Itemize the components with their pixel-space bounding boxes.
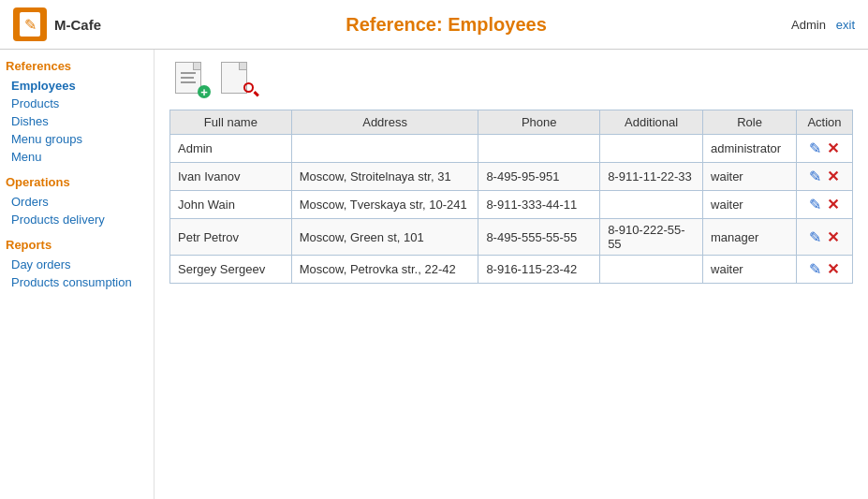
sidebar-item-menu[interactable]: Menu: [6, 148, 148, 166]
action-cell: ✎✕: [796, 219, 852, 256]
header-right: Admin exit: [791, 18, 855, 32]
table-cell: manager: [703, 219, 797, 256]
logo-icon: [13, 7, 47, 41]
table-row: Sergey SergeevMoscow, Petrovka str., 22-…: [170, 256, 853, 284]
col-header-role: Role: [703, 110, 797, 135]
action-cell: ✎✕: [796, 163, 852, 191]
sidebar-item-day-orders[interactable]: Day orders: [6, 256, 148, 273]
col-header-address: Address: [291, 110, 478, 135]
add-record-button[interactable]: +: [169, 59, 213, 98]
table-cell: administrator: [703, 135, 797, 163]
table-cell: [600, 191, 703, 219]
page-title: Reference: Employees: [346, 14, 547, 36]
app-name: M-Cafe: [54, 17, 101, 33]
sidebar-item-menu-groups[interactable]: Menu groups: [6, 130, 148, 148]
table-cell: [600, 256, 703, 284]
col-header-phone: Phone: [478, 110, 600, 135]
table-cell: John Wain: [170, 191, 292, 219]
table-cell: Moscow, Petrovka str., 22-42: [291, 256, 478, 284]
action-cell: ✎✕: [796, 135, 852, 163]
table-cell: Moscow, Stroitelnaya str, 31: [291, 163, 478, 191]
sidebar-section-references: References: [6, 59, 148, 73]
find-icon: [221, 62, 255, 95]
sidebar-section-operations: Operations: [6, 175, 148, 189]
table-cell: 8-910-222-55-55: [600, 219, 703, 256]
table-row: John WainMoscow, Tverskaya str, 10-2418-…: [170, 191, 853, 219]
table-cell: Sergey Sergeev: [170, 256, 292, 284]
table-cell: Petr Petrov: [170, 219, 292, 256]
table-cell: 8-495-555-55-55: [478, 219, 600, 256]
table-cell: 8-495-95-951: [478, 163, 600, 191]
edit-button[interactable]: ✎: [806, 167, 824, 186]
table-header-row: Full name Address Phone Additional Role …: [170, 110, 853, 135]
add-document-icon: +: [175, 62, 207, 95]
layout: References Employees Products Dishes Men…: [0, 50, 868, 499]
table-row: Adminadministrator✎✕: [170, 135, 853, 163]
delete-button[interactable]: ✕: [824, 195, 842, 214]
col-header-action: Action: [796, 110, 852, 135]
table-cell: Moscow, Tverskaya str, 10-241: [291, 191, 478, 219]
logo-area: M-Cafe: [13, 7, 101, 41]
find-record-button[interactable]: [216, 59, 259, 98]
table-cell: [478, 135, 600, 163]
action-cell: ✎✕: [796, 191, 852, 219]
table-cell: waiter: [703, 191, 797, 219]
header: M-Cafe Reference: Employees Admin exit: [0, 0, 868, 50]
delete-button[interactable]: ✕: [824, 259, 842, 279]
admin-label: Admin: [791, 18, 826, 32]
table-cell: Ivan Ivanov: [170, 163, 292, 191]
table-cell: 8-916-115-23-42: [478, 256, 600, 284]
table-row: Petr PetrovMoscow, Green st, 1018-495-55…: [170, 219, 853, 256]
magnifier-icon: [243, 82, 258, 97]
sidebar-item-employees[interactable]: Employees: [6, 77, 148, 95]
edit-button[interactable]: ✎: [806, 195, 824, 214]
col-header-additional: Additional: [600, 110, 703, 135]
action-cell: ✎✕: [796, 256, 852, 284]
table-cell: [291, 135, 478, 163]
table-cell: Admin: [170, 135, 292, 163]
table-cell: 8-911-333-44-11: [478, 191, 600, 219]
edit-button[interactable]: ✎: [806, 139, 824, 158]
delete-button[interactable]: ✕: [824, 167, 842, 186]
table-cell: waiter: [703, 163, 797, 191]
exit-link[interactable]: exit: [836, 18, 855, 32]
toolbar: +: [169, 59, 853, 98]
table-body: Adminadministrator✎✕Ivan IvanovMoscow, S…: [170, 135, 853, 284]
delete-button[interactable]: ✕: [824, 227, 842, 247]
edit-button[interactable]: ✎: [806, 227, 824, 247]
delete-button[interactable]: ✕: [824, 139, 842, 158]
sidebar-item-products-consumption[interactable]: Products consumption: [6, 273, 148, 291]
table-cell: [600, 135, 703, 163]
col-header-fullname: Full name: [170, 110, 292, 135]
sidebar-item-products[interactable]: Products: [6, 95, 148, 112]
sidebar-item-products-delivery[interactable]: Products delivery: [6, 211, 148, 228]
employees-table: Full name Address Phone Additional Role …: [169, 110, 853, 284]
plus-badge-icon: +: [198, 85, 211, 98]
table-cell: 8-911-11-22-33: [600, 163, 703, 191]
main-content: + Full name: [154, 50, 868, 499]
table-cell: waiter: [703, 256, 797, 284]
sidebar-section-reports: Reports: [6, 238, 148, 252]
edit-button[interactable]: ✎: [806, 259, 824, 279]
table-cell: Moscow, Green st, 101: [291, 219, 478, 256]
sidebar-item-orders[interactable]: Orders: [6, 193, 148, 211]
sidebar: References Employees Products Dishes Men…: [0, 50, 154, 499]
table-row: Ivan IvanovMoscow, Stroitelnaya str, 318…: [170, 163, 853, 191]
sidebar-item-dishes[interactable]: Dishes: [6, 112, 148, 130]
